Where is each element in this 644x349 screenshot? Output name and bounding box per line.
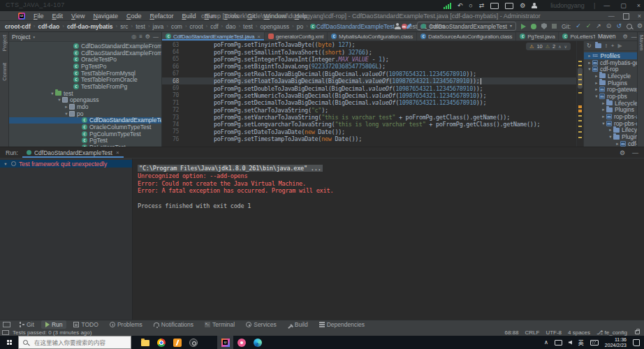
crumb-test[interactable]: test (242, 23, 254, 30)
run-button[interactable] (521, 24, 526, 29)
chevron-icon[interactable]: ▾ (601, 121, 606, 126)
sync-icon[interactable]: ⇄ (479, 0, 485, 11)
crumb-java[interactable]: java (152, 23, 165, 30)
chevron-down-icon[interactable]: ▾ (3, 161, 8, 167)
toolwindow-button-dependencies[interactable]: Dependencies (315, 320, 369, 329)
maven-tree-item-Profiles[interactable]: ▸≔Profiles (584, 52, 637, 59)
crumb-croot-cdf[interactable]: croot-cdf (4, 23, 31, 30)
remote-minimize-button[interactable]: — (601, 2, 612, 9)
profile-icon[interactable] (395, 23, 401, 29)
chevron-icon[interactable]: ▸ (587, 53, 592, 59)
chevron-icon[interactable]: ▾ (57, 97, 62, 103)
crumb-class[interactable]: CdfDaoStandardExampleTest (316, 23, 395, 30)
ime-indicator[interactable]: 英 (578, 339, 584, 346)
tab-MybatisAutoConfiguration.class[interactable]: CMybatisAutoConfiguration.class (328, 32, 417, 40)
chevron-icon[interactable]: ▾ (594, 94, 599, 99)
remote-maximize-button[interactable]: ▢ (618, 2, 629, 9)
tab-generatorConfig.xml[interactable]: generatorConfig.xml (265, 32, 328, 40)
edge-taskbar-icon[interactable] (249, 336, 265, 349)
dark-app-taskbar-icon[interactable] (185, 336, 201, 349)
project-tree-item-PgColumnTypeTest[interactable]: CPgColumnTypeTest (9, 131, 161, 138)
toolwindow-tab-project[interactable]: Project (1, 35, 8, 51)
gear-icon[interactable]: ⚙ (520, 0, 525, 11)
chevron-icon[interactable]: ▸ (594, 80, 599, 86)
locate-file-icon[interactable]: ◎ (131, 34, 136, 40)
collapse-all-icon[interactable]: ≡ (139, 34, 142, 40)
chevron-icon[interactable]: ▾ (587, 66, 592, 72)
settings-taskbar-icon[interactable] (201, 336, 217, 349)
hide-panel-icon[interactable]: — (153, 34, 159, 40)
editor-scrollbar[interactable] (576, 41, 583, 147)
gear-icon[interactable]: ⚙ (623, 34, 628, 40)
hide-panel-icon[interactable]: — (632, 149, 638, 156)
project-tree-item-CdfDaoStandardExampleFromOracle[interactable]: CCdfDaoStandardExampleFromOracle (9, 50, 161, 57)
menu-item-code[interactable]: Code (122, 11, 146, 21)
pink-app-taskbar-icon[interactable] (233, 336, 249, 349)
maven-tree-item-Lifecycle[interactable]: ▸Lifecycle (584, 100, 637, 107)
hidden-icons-chevron[interactable]: ∧ (544, 339, 548, 346)
gear-icon[interactable]: ⚙ (620, 149, 625, 156)
run-configuration-select[interactable]: CdfDaoStandardExampleTest ▾ (417, 22, 516, 31)
indent-setting[interactable]: 4 spaces (568, 329, 590, 336)
display-tray-icon[interactable] (555, 340, 562, 346)
toolwindow-tab-maven[interactable]: Maven (638, 35, 644, 51)
minimize-button[interactable]: — (608, 13, 615, 20)
crumb-test[interactable]: test (135, 23, 146, 30)
project-tree-item-TestTableFromMysql[interactable]: CTestTableFromMysql (9, 70, 161, 77)
project-tree-item-OracleTestPo[interactable]: COracleTestPo (9, 56, 161, 63)
close-icon[interactable]: × (257, 34, 260, 40)
tab-DataSourceAutoConfiguration.class[interactable]: CDataSourceAutoConfiguration.class (417, 32, 516, 40)
chevron-icon[interactable]: ▸ (615, 141, 620, 147)
maven-tree-item-cdf-mybatis-generator[interactable]: ▸mcdf-mybatis-generator (584, 59, 637, 66)
chevron-icon[interactable]: ▸ (608, 127, 613, 133)
close-button[interactable]: × (638, 13, 641, 20)
project-tree-item-CdfDaoStandardExampleTest[interactable]: CCdfDaoStandardExampleTest (9, 117, 161, 124)
rollback-icon[interactable]: ↺ (616, 21, 622, 31)
project-tree-item-mdo[interactable]: ▸mdo (9, 103, 161, 110)
chevron-icon[interactable]: ▸ (601, 101, 606, 106)
menu-item-edit[interactable]: Edit (48, 11, 68, 21)
maven-tree-item-Plugins[interactable]: ▾Plugins (584, 133, 637, 140)
maven-tree-item-rop-pbs[interactable]: ▾mrop-pbs (584, 93, 637, 100)
touch-keyboard-icon[interactable] (590, 340, 599, 346)
toolwindow-button-todo[interactable]: TODO (69, 320, 102, 329)
crumb-cdf-dao[interactable]: cdf-dao (38, 23, 61, 30)
display-icon[interactable] (505, 3, 513, 9)
tab-PoLettersTest.java[interactable]: CPoLettersTest.java (559, 32, 595, 40)
chevron-icon[interactable]: ▾ (608, 134, 613, 140)
menu-item-view[interactable]: View (67, 11, 89, 21)
taskbar-clock[interactable]: 11:36 2024/2/23 (605, 337, 627, 348)
tab-PgTest.java[interactable]: CPgTest.java (516, 32, 559, 40)
close-icon[interactable]: × (116, 149, 119, 156)
toolwindow-button-notifications[interactable]: Notifications (149, 320, 198, 329)
project-tree-item-PgTest[interactable]: CPgTest (9, 138, 161, 144)
menu-item-refactor[interactable]: Refactor (145, 11, 177, 21)
caret-position[interactable]: 68:88 (504, 329, 518, 336)
toolwindow-tab-commit[interactable]: Commit (1, 63, 8, 81)
chevron-icon[interactable]: ▸ (601, 114, 606, 119)
prev-issue-icon[interactable]: ∧ (558, 44, 561, 49)
intellij-idea-taskbar-icon[interactable] (217, 336, 233, 349)
build-project-icon[interactable] (406, 23, 411, 29)
file-explorer-taskbar-icon[interactable] (137, 336, 153, 349)
toolwindow-button-problems[interactable]: Problems (105, 320, 147, 329)
maven-tree-item-cdf-rop[interactable]: ▾mcdf-rop (584, 66, 637, 73)
toolwindow-button-services[interactable]: Services (242, 320, 281, 329)
git-update-button[interactable]: ✓ (576, 21, 581, 31)
crumb-cdf-dao-mybatis[interactable]: cdf-dao-mybatis (66, 23, 114, 30)
git-branch[interactable]: ⎇ fe_config (597, 329, 627, 336)
project-tree-item-CdfDaoStandardExampleFromOpenGauss[interactable]: CCdfDaoStandardExampleFromOpenGauss (9, 43, 161, 50)
history-icon[interactable]: ⊙ (606, 21, 612, 31)
stop-button[interactable] (552, 24, 557, 29)
sort-icon[interactable]: ↕ (605, 43, 608, 49)
chevron-down-icon[interactable]: ▾ (33, 35, 35, 39)
chevron-icon[interactable]: ▸ (587, 60, 592, 66)
maven-tree-item-Lifecycle[interactable]: ▸Lifecycle (584, 73, 637, 80)
hide-panel-icon[interactable]: — (631, 34, 637, 40)
tab-CdfDaoStandardExampleTest.java[interactable]: CCdfDaoStandardExampleTest.java× (162, 32, 265, 40)
menu-item-file[interactable]: File (29, 11, 48, 21)
toolwindow-switcher-icon[interactable] (3, 322, 10, 327)
chevron-icon[interactable]: ▾ (50, 91, 55, 96)
volume-muted-icon[interactable] (569, 341, 572, 345)
lock-icon[interactable] (635, 330, 640, 334)
